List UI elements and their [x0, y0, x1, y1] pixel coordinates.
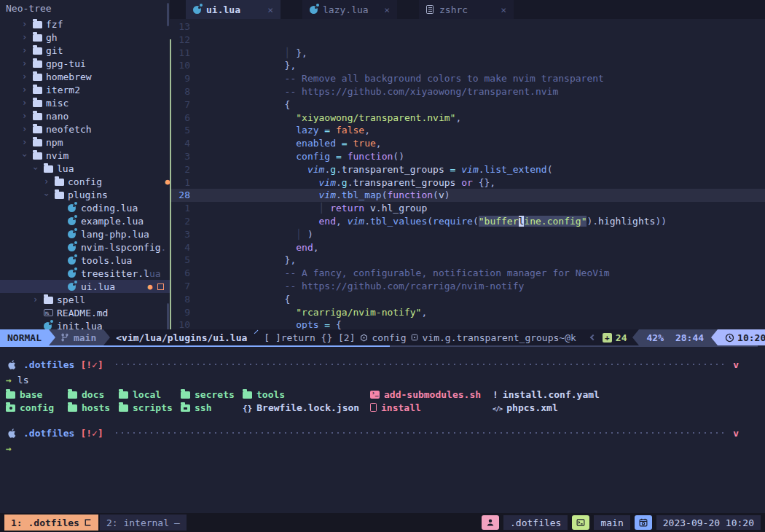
file-type-icon	[33, 138, 46, 146]
tree-item[interactable]: coding.lua ●	[0, 201, 170, 214]
tree-item[interactable]: tools.lua ●	[0, 254, 170, 267]
field-icon	[411, 334, 418, 341]
code-line[interactable]: 5 config = function()	[170, 124, 765, 137]
chevron-icon[interactable]	[22, 111, 33, 121]
chevron-icon[interactable]	[22, 58, 33, 69]
file-type-icon	[68, 282, 81, 291]
code-line[interactable]: 6 enabled = true,	[170, 112, 765, 125]
code-text: {	[205, 267, 296, 280]
chevron-icon[interactable]	[22, 150, 33, 160]
line-number: 9	[170, 306, 205, 319]
code-line[interactable]: 3 vim.g.transparent_groups or {},	[170, 150, 765, 163]
tmux-window-1[interactable]: 1: .dotfiles	[4, 515, 98, 531]
code-text: },	[205, 34, 296, 47]
code-line[interactable]: 13 │ },	[170, 20, 765, 34]
chevron-icon[interactable]	[22, 19, 33, 29]
file-type-icon	[33, 125, 46, 133]
code-text: -- https://github.com/rcarriga/nvim-noti…	[205, 254, 524, 267]
chevron-icon[interactable]	[44, 189, 55, 200]
chevron-icon[interactable]	[22, 85, 33, 95]
tree-item[interactable]: config ●	[0, 175, 170, 188]
tree-item[interactable]: nvim-lspconfig . ●	[0, 240, 170, 254]
code-text: config = function()	[205, 124, 404, 137]
ls-entry-label: install	[381, 402, 421, 413]
tree-item[interactable]: iterm2 ●	[0, 83, 170, 96]
chevron-icon[interactable]	[22, 98, 33, 108]
chevron-icon[interactable]	[33, 294, 44, 305]
code-text: enabled = true,	[205, 112, 382, 125]
tree-item[interactable]: README.md ●	[0, 306, 170, 319]
tree-item[interactable]: fzf ●	[0, 17, 170, 31]
tree-item[interactable]: homebrew ●	[0, 70, 170, 83]
code-line[interactable]: 8 opts = {	[170, 293, 765, 306]
editor-tab[interactable]: lazy.lua ×	[302, 0, 397, 19]
code-line[interactable]: 4 -- A fancy, configurable, notification…	[170, 241, 765, 254]
file-type-icon	[181, 404, 190, 412]
chevron-icon[interactable]	[22, 32, 33, 42]
line-number: 7	[170, 280, 205, 293]
tree-item-label: init.lua	[57, 321, 103, 330]
git-status-flags: [!✓]	[80, 359, 103, 370]
close-icon[interactable]: ×	[267, 4, 273, 15]
code-line[interactable]: 10 background_colour = "#000000",	[170, 318, 765, 329]
tmux-statusbar: 1: .dotfiles 2: internal – .dotfiles mai…	[0, 513, 765, 532]
tree-item[interactable]: nvim ●	[0, 149, 170, 162]
close-icon[interactable]: ×	[384, 4, 390, 15]
line-number: 3	[170, 150, 205, 163]
code-token: (	[473, 216, 479, 227]
chevron-icon[interactable]	[22, 45, 33, 55]
tree-item-label: npm	[46, 137, 63, 148]
git-status-flags: [!✓]	[80, 428, 103, 439]
code-line[interactable]: 7 lazy = false,	[170, 98, 765, 112]
terminal-pane[interactable]: .dotfiles [!✓] v → ls base docs local	[0, 347, 765, 512]
chevron-icon[interactable]	[33, 163, 44, 173]
command-line[interactable]: →	[6, 442, 759, 455]
tree-item[interactable]: plugins ●	[0, 188, 170, 201]
ls-entry: install.conf.yaml	[493, 388, 759, 401]
code-token: )	[307, 229, 313, 240]
code-line[interactable]: 9 -- Set background color to black so tr…	[170, 306, 765, 319]
tree-item[interactable]: gh ●	[0, 31, 170, 44]
chevron-icon[interactable]	[22, 71, 33, 82]
editor-pane[interactable]: ui.lua × lazy.lua × zshrc ×	[170, 0, 765, 329]
tree-item[interactable]: init.lua ●	[0, 319, 170, 329]
tree-item[interactable]: gpg-tui ●	[0, 57, 170, 70]
tmux-window-2[interactable]: 2: internal –	[100, 515, 187, 531]
tree-item-label: homebrew	[46, 71, 92, 82]
code-line[interactable]: 10 -- https://github.com/xiyaowong/trans…	[170, 59, 765, 72]
prompt-header: .dotfiles [!✓] v	[6, 357, 759, 372]
tree-item[interactable]: ui.lua ●	[0, 280, 170, 293]
code-text: -- A fancy, configurable, notification m…	[205, 241, 610, 254]
code-line[interactable]: 5 -- https://github.com/rcarriga/nvim-no…	[170, 254, 765, 267]
chevron-icon[interactable]	[22, 124, 33, 134]
code-line[interactable]: 11 -- Remove all background colors to ma…	[170, 47, 765, 60]
chevron-icon[interactable]	[22, 137, 33, 147]
code-line[interactable]: 12 },	[170, 34, 765, 47]
tree-item[interactable]: neofetch ●	[0, 122, 170, 136]
tree-item[interactable]: treesitter.l ua ●	[0, 267, 170, 280]
tree-item[interactable]: nano ●	[0, 109, 170, 122]
editor-tab[interactable]: ui.lua ×	[186, 0, 280, 19]
code-line[interactable]: 4 vim.g.transparent_groups = vim.list_ex…	[170, 137, 765, 150]
scrollbar-thumb[interactable]	[167, 303, 169, 329]
code-line[interactable]: 28 end, vim.tbl_values(require("bufferli…	[170, 189, 765, 202]
tree-item[interactable]: example.lua ●	[0, 214, 170, 227]
scrollbar-thumb[interactable]	[167, 3, 169, 26]
code-line[interactable]: 1 │ )	[170, 202, 765, 215]
line-number: 2	[170, 163, 205, 176]
tree-item[interactable]: misc ●	[0, 96, 170, 109]
tree-item[interactable]: npm ●	[0, 136, 170, 149]
tree-item[interactable]: lua ●	[0, 162, 170, 175]
chevron-icon[interactable]	[44, 176, 55, 187]
close-icon[interactable]: ×	[501, 4, 506, 15]
code-area[interactable]: 13 │ }, 12 }, 11	[170, 19, 765, 329]
tree-item[interactable]: spell ●	[0, 293, 170, 306]
code-line[interactable]: 3 },	[170, 228, 765, 241]
editor-tab[interactable]: zshrc ×	[419, 0, 514, 19]
pane-icon	[85, 519, 92, 526]
tree-item-label: gpg-tui	[46, 58, 86, 69]
tree-item[interactable]: lang-php.lua ●	[0, 227, 170, 240]
chevron-right-icon	[254, 330, 259, 335]
tree-item[interactable]: git ●	[0, 44, 170, 57]
code-text: │ return v.hl_group	[205, 176, 427, 189]
